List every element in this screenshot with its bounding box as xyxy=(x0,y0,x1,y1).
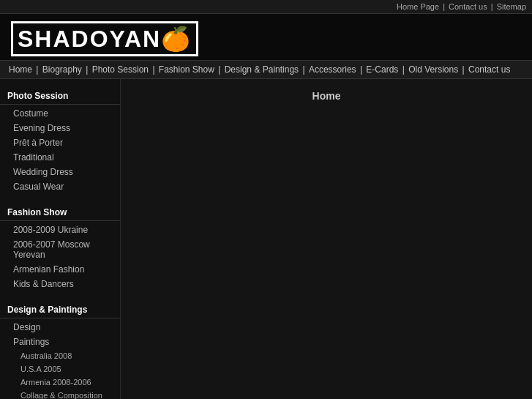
sidebar-casual-wear[interactable]: Casual Wear xyxy=(0,179,120,194)
sidebar-ukraine[interactable]: 2008-2009 Ukraine xyxy=(0,223,120,237)
nav-contact[interactable]: Contact us xyxy=(468,64,510,75)
sep1: | xyxy=(443,2,447,11)
nav-sep3: | xyxy=(218,64,222,75)
sidebar-armenian-fashion[interactable]: Armenian Fashion xyxy=(0,262,120,277)
sidebar: Photo Session Costume Evening Dress Prêt… xyxy=(0,79,121,399)
sidebar-evening-dress[interactable]: Evening Dress xyxy=(0,121,120,135)
sidebar-australia[interactable]: Australia 2008 xyxy=(0,349,120,362)
sidebar-traditional[interactable]: Traditional xyxy=(0,150,120,165)
fashion-show-section-title: Fashion Show xyxy=(0,203,120,221)
header: SHADOYAN🍊 xyxy=(0,14,532,60)
logo-icon: 🍊 xyxy=(161,26,192,52)
sidebar-collage[interactable]: Collage & Composition xyxy=(0,389,120,399)
nav-sep4: | xyxy=(302,64,307,75)
nav-accessories[interactable]: Accessories xyxy=(309,64,356,75)
sidebar-usa[interactable]: U.S.A 2005 xyxy=(0,362,120,376)
content-area: Home xyxy=(121,79,532,399)
sidebar-armenia[interactable]: Armenia 2008-2006 xyxy=(0,376,120,389)
nav-design-paintings[interactable]: Design & Paintings xyxy=(225,64,299,75)
sidebar-design[interactable]: Design xyxy=(0,320,120,335)
nav-sep2: | xyxy=(152,64,157,75)
sidebar-wedding-dress[interactable]: Wedding Dress xyxy=(0,165,120,179)
spacer2 xyxy=(0,291,120,300)
nav-biography[interactable]: Biography xyxy=(42,64,82,75)
nav-sep0: | xyxy=(36,64,40,75)
nav-sep5: | xyxy=(360,64,364,75)
logo-text: SHADOYAN xyxy=(18,26,161,52)
nav-sep1: | xyxy=(86,64,90,75)
sidebar-moscow-yerevan[interactable]: 2006-2007 Moscow Yerevan xyxy=(0,237,120,262)
nav-old-versions[interactable]: Old Versions xyxy=(408,64,458,75)
sidebar-pret-a-porter[interactable]: Prêt à Porter xyxy=(0,135,120,150)
page-title: Home xyxy=(135,90,517,102)
sep2: | xyxy=(491,2,495,11)
nav-home[interactable]: Home xyxy=(9,64,32,75)
sidebar-kids-dancers[interactable]: Kids & Dancers xyxy=(0,277,120,291)
spacer1 xyxy=(0,194,120,203)
design-paintings-section-title: Design & Paintings xyxy=(0,300,120,318)
nav-photo-session[interactable]: Photo Session xyxy=(92,64,149,75)
nav-bar: Home | Biography | Photo Session | Fashi… xyxy=(0,60,532,79)
sitemap-link[interactable]: Sitemap xyxy=(497,2,526,11)
photo-session-section-title: Photo Session xyxy=(0,86,120,105)
main-layout: Photo Session Costume Evening Dress Prêt… xyxy=(0,79,532,399)
home-page-link[interactable]: Home Page xyxy=(397,2,439,11)
nav-fashion-show[interactable]: Fashion Show xyxy=(159,64,214,75)
top-bar: Home Page | Contact us | Sitemap xyxy=(0,0,532,14)
sidebar-paintings[interactable]: Paintings xyxy=(0,335,120,349)
nav-sep7: | xyxy=(462,64,467,75)
nav-ecards[interactable]: E-Cards xyxy=(366,64,398,75)
nav-sep6: | xyxy=(402,64,407,75)
sidebar-costume[interactable]: Costume xyxy=(0,106,120,121)
logo[interactable]: SHADOYAN🍊 xyxy=(11,21,198,56)
contact-us-top-link[interactable]: Contact us xyxy=(449,2,487,11)
